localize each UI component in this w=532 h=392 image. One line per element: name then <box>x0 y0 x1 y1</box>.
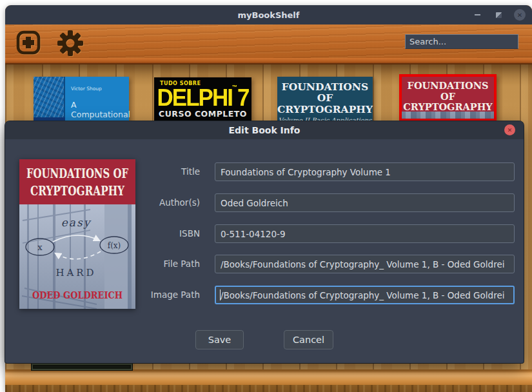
window-close-button[interactable]: ✕ <box>514 9 526 21</box>
dialog-close-button[interactable]: ✕ <box>504 124 515 135</box>
authors-input[interactable] <box>215 193 515 212</box>
book-cryptography-vol2[interactable]: FOUNDATIONS OF CRYPTOGRAPHY Volume II Ba… <box>277 77 373 121</box>
cover-easy-label: easy <box>61 216 92 229</box>
window-controls: ✕ <box>471 5 526 24</box>
book-subtitle: CURSO COMPLETO <box>154 109 251 119</box>
cover-title-line2: CRYPTOGRAPHY <box>30 183 125 199</box>
add-book-icon[interactable] <box>15 30 41 55</box>
save-button[interactable]: Save <box>195 330 244 349</box>
cover-author: ODED GOLDREICH <box>32 289 123 301</box>
title-input[interactable] <box>215 162 515 181</box>
book-title-number: 7 <box>237 83 248 110</box>
isbn-input[interactable] <box>215 224 515 243</box>
search-input[interactable] <box>405 34 518 49</box>
screenshot-root: myBookShelf ✕ <box>0 0 532 392</box>
title-label: Title <box>144 166 200 177</box>
dialog-header: Edit Book Info ✕ <box>5 121 524 139</box>
toolbar <box>5 24 532 58</box>
book-cover-photo-strip <box>402 112 494 119</box>
file-path-input[interactable] <box>215 255 515 273</box>
partially-hidden-book[interactable] <box>31 363 133 371</box>
shelf-board <box>5 369 532 385</box>
book-title-line1: A Computational <box>71 100 130 119</box>
book-title-line2: CRYPTOGRAPHY <box>277 103 373 115</box>
book-cryptography-vol1-selected[interactable]: FOUNDATIONS OF CRYPTOGRAPHY <box>399 74 497 121</box>
trademark-symbol: ™ <box>232 84 237 91</box>
book-delphi-7[interactable]: TUDO SOBRE DELPHI™7 CURSO COMPLETO <box>154 77 251 121</box>
book-author: Victor Shoup <box>71 86 102 92</box>
minimize-button[interactable] <box>471 9 483 21</box>
cover-hard-label: HARD <box>55 267 96 279</box>
book-computational-introduction[interactable]: Victor Shoup A Computational Introductio… <box>34 77 129 121</box>
cancel-button[interactable]: Cancel <box>284 330 333 349</box>
file-path-label: File Path <box>144 259 200 269</box>
restore-icon <box>496 12 502 18</box>
titlebar: myBookShelf ✕ <box>5 5 532 24</box>
image-path-label: Image Path <box>144 289 200 300</box>
book-title-line1: FOUNDATIONS OF <box>282 81 368 104</box>
cover-x-label: x <box>37 242 43 252</box>
book-title-line2: CRYPTOGRAPHY <box>403 101 492 112</box>
book-cover-texture <box>34 77 65 121</box>
isbn-label: ISBN <box>144 228 200 239</box>
close-icon: ✕ <box>514 9 526 21</box>
authors-label: Author(s) <box>144 197 200 208</box>
text-cursor <box>220 289 221 300</box>
edit-book-dialog: Edit Book Info ✕ <box>5 121 524 363</box>
book-title-word: DELPHI <box>157 83 232 110</box>
restore-button[interactable] <box>493 9 504 21</box>
image-path-input[interactable] <box>215 286 515 304</box>
window-title: myBookShelf <box>238 10 300 20</box>
dialog-title: Edit Book Info <box>229 125 300 135</box>
shelf-top-edge <box>5 58 532 64</box>
book-cover-preview: FOUNDATIONS OF CRYPTOGRAPHY easy x f(x) … <box>19 159 135 309</box>
book-title-line1: FOUNDATIONS OF <box>408 80 489 102</box>
book-title: FOUNDATIONS OF CRYPTOGRAPHY <box>402 81 494 113</box>
settings-gear-icon[interactable] <box>57 30 84 56</box>
cover-title-line1: FOUNDATIONS OF <box>26 166 128 181</box>
book-title: DELPHI™7 <box>154 85 251 110</box>
book-title: FOUNDATIONS OF CRYPTOGRAPHY <box>277 81 373 115</box>
cover-fx-label: f(x) <box>108 241 121 250</box>
shelf-lower-grain <box>5 385 532 392</box>
minimize-icon <box>475 14 480 15</box>
